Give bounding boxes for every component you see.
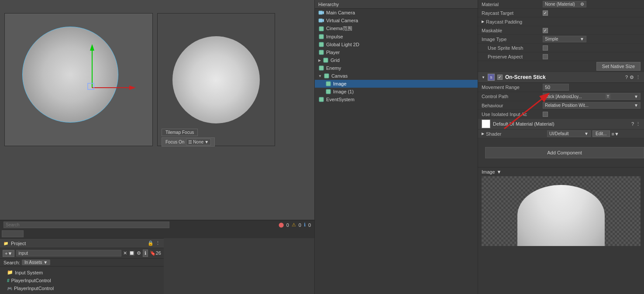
project-search-input[interactable] <box>16 250 121 256</box>
material-dropdown[interactable]: None (Material) ⚙ <box>543 1 586 7</box>
property-default-material: Default UI Material (Material) ? ⋮ <box>478 119 644 130</box>
project-panel: 📁 Project 🔒 ⋮ +▼ ✕ 🔲 ⚙ ℹ 🔖26 Search: I <box>0 238 164 294</box>
property-raycast-padding: ▶ Raycast Padding <box>478 17 644 26</box>
material-preview <box>482 120 490 128</box>
search-clear[interactable]: ✕ <box>123 250 127 256</box>
list-item[interactable]: # PlayerInputControl <box>3 277 160 284</box>
image-type-dropdown[interactable]: Simple ▼ <box>543 36 586 42</box>
focus-dropdown[interactable]: ☰ None ▼ <box>186 139 211 145</box>
status-icons: ⬤ 0 ⚠ 0 ℹ 0 <box>279 222 311 228</box>
use-sprite-mesh-label: Use Sprite Mesh <box>482 45 543 51</box>
shader-label: Shader <box>486 131 547 137</box>
control-path-dropdown[interactable]: Stick [AndroidJoy... T ▼ <box>543 93 641 100</box>
image-type-value: Simple <box>545 37 558 41</box>
image-preview-arrow-icon: ▼ <box>497 169 502 174</box>
hierarchy-item-main-camera[interactable]: Main Camera <box>315 9 478 17</box>
cube-icon <box>318 49 324 55</box>
game-circle <box>172 36 260 123</box>
hierarchy-item-eventsystem[interactable]: EventSystem <box>315 96 478 103</box>
raycast-target-checkbox[interactable]: ✓ <box>543 10 548 16</box>
cube-icon <box>318 26 324 32</box>
info-icon: ℹ <box>304 222 306 228</box>
set-native-size-row: Set Native Size <box>478 61 644 72</box>
control-path-arrow-icon: ▼ <box>634 94 638 99</box>
hierarchy-item-image[interactable]: Image <box>315 80 478 88</box>
hierarchy-item-cinema[interactable]: Cinema范围 <box>315 24 478 33</box>
component-enabled-checkbox[interactable]: ✓ <box>497 75 503 80</box>
property-control-path: Control Path Stick [AndroidJoy... T ▼ <box>478 92 644 101</box>
component-more-icon[interactable]: ⋮ <box>636 75 641 80</box>
shader-dropdown[interactable]: UI/Default ▼ <box>547 130 591 137</box>
asset-icon: 🎮 <box>7 286 12 291</box>
tilemap-label: Tilemap Focus <box>165 130 194 135</box>
component-help-icon[interactable]: ? <box>625 75 628 80</box>
hierarchy-item-canvas[interactable]: ▼ Canvas <box>315 72 478 80</box>
search-bar: Search: In Assets ▼ <box>0 259 164 267</box>
add-component-button[interactable]: Add Component <box>485 147 644 158</box>
hierarchy-item-global-light[interactable]: Global Light 2D <box>315 41 478 48</box>
behaviour-dropdown[interactable]: Relative Position Wit... ▼ <box>543 102 641 109</box>
property-material: Material None (Material) ⚙ <box>478 0 644 9</box>
shader-edit-button[interactable]: Edit... <box>592 130 610 137</box>
cube-icon <box>324 73 330 79</box>
movement-range-input[interactable] <box>543 84 569 91</box>
set-native-size-button[interactable]: Set Native Size <box>596 62 641 71</box>
control-path-value: Stick [AndroidJoy... <box>545 94 582 99</box>
component-title: On-Screen Stick <box>505 74 546 80</box>
property-shader: ▶ Shader UI/Default ▼ Edit... ≡ ▼ <box>478 130 644 138</box>
settings-icon[interactable]: ⚙ <box>137 250 141 256</box>
maskable-label: Maskable <box>482 28 543 33</box>
add-btn[interactable]: +▼ <box>3 250 14 257</box>
search-label: Search: <box>3 260 20 265</box>
component-icon: S <box>488 74 495 81</box>
hierarchy-item-player[interactable]: Player <box>315 48 478 56</box>
cube-icon <box>318 41 324 48</box>
default-material-name: Default UI Material (Material) <box>493 121 554 126</box>
svg-rect-7 <box>319 19 323 22</box>
camera-icon <box>318 17 324 24</box>
on-screen-stick-header[interactable]: ▼ S ✓ On-Screen Stick ? ⚙ ⋮ <box>478 72 644 83</box>
hierarchy-header: Hierarchy <box>315 0 478 9</box>
project-toolbar: +▼ ✕ 🔲 ⚙ ℹ 🔖26 <box>0 248 164 259</box>
hierarchy-item-virtual-camera[interactable]: Virtual Camera <box>315 17 478 24</box>
svg-rect-9 <box>319 27 324 31</box>
lock-icon[interactable]: 🔒 <box>148 240 154 246</box>
use-sprite-mesh-checkbox[interactable] <box>543 45 548 51</box>
list-item[interactable]: 📁 Input System <box>3 268 160 277</box>
folder-icon: 📁 <box>3 241 8 246</box>
list-item[interactable]: 🎮 PlayerInputControl <box>3 284 160 292</box>
material-more-icon[interactable]: ⋮ <box>636 121 641 127</box>
hierarchy-list: Main Camera Virtual Camera Cinema范围 Impu… <box>315 9 478 294</box>
component-settings-icon[interactable]: ⚙ <box>630 75 634 80</box>
hierarchy-item-grid[interactable]: ▶ Grid <box>315 56 478 64</box>
preserve-aspect-checkbox[interactable] <box>543 54 548 59</box>
material-help-icon[interactable]: ? <box>631 121 634 127</box>
use-isolated-checkbox[interactable] <box>543 112 548 117</box>
use-isolated-label: Use Isolated Input Ac <box>482 112 543 117</box>
expand-arrow-icon: ▶ <box>318 58 321 62</box>
more-icon[interactable]: ⋮ <box>155 240 160 246</box>
info-btn[interactable]: ℹ <box>143 250 148 257</box>
hierarchy-item-enemy[interactable]: Enemy <box>315 64 478 72</box>
property-behaviour: Behaviour Relative Position Wit... ▼ <box>478 101 644 110</box>
search-tag[interactable]: In Assets ▼ <box>22 260 50 265</box>
search-input[interactable] <box>3 222 169 228</box>
inspector-scroll[interactable]: Material None (Material) ⚙ Raycast Targe… <box>478 0 644 294</box>
project-content: 📁 Input System # PlayerInputControl 🎮 Pl… <box>0 267 164 294</box>
svg-rect-5 <box>319 11 323 14</box>
search-icon2[interactable]: 🔲 <box>129 250 135 256</box>
hierarchy-item-impulse[interactable]: Impulse <box>315 33 478 41</box>
cube-icon <box>323 57 329 63</box>
maskable-checkbox[interactable]: ✓ <box>543 28 548 33</box>
image-type-label: Image Type <box>482 37 543 42</box>
error-count: 0 <box>286 222 289 228</box>
warning-count: 0 <box>299 222 301 228</box>
focus-value: None <box>193 140 203 144</box>
shader-more-icon[interactable]: ▼ <box>614 131 619 137</box>
hierarchy-item-image-1[interactable]: Image (1) <box>315 88 478 96</box>
scene-axes <box>48 35 136 123</box>
item-count: 🔖26 <box>150 250 161 256</box>
folder-icon-item: 📁 <box>7 270 13 275</box>
movement-range-label: Movement Range <box>482 85 543 90</box>
cube-icon <box>318 34 324 40</box>
